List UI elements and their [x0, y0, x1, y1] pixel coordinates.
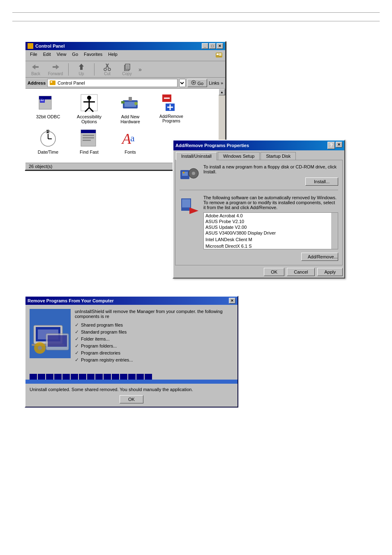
install-section: To install a new program from a floppy d… — [180, 164, 338, 190]
icon-findfast[interactable]: Find Fast — [71, 128, 108, 154]
toolbar-sep-2 — [94, 63, 95, 76]
remove-ok-button[interactable]: OK — [120, 395, 143, 403]
prog-5 — [62, 374, 70, 380]
accessibility-icon — [79, 93, 99, 113]
svg-marker-60 — [189, 207, 198, 214]
prog-8 — [87, 374, 95, 380]
toolbar: Back Forward Up — [25, 61, 225, 78]
minimize-button[interactable]: _ — [202, 43, 208, 49]
address-bar: Address Control Panel Go Links » — [25, 78, 225, 89]
svg-rect-50 — [83, 140, 91, 141]
up-label: Up — [79, 71, 84, 76]
icon-fonts[interactable]: A a Fonts — [112, 128, 149, 154]
toolbar-chevron[interactable]: » — [138, 66, 142, 73]
program-intel-landesk[interactable]: Intel LANDesk Client M — [204, 236, 338, 242]
odbc-icon: 32 ... — [38, 93, 58, 113]
remove-section: The following software can be automatica… — [180, 195, 338, 249]
ok-button[interactable]: OK — [264, 268, 284, 276]
apply-button[interactable]: Apply — [317, 268, 343, 276]
check-standard: ✓ Standard program files — [75, 329, 233, 335]
remove-section-icon — [180, 195, 199, 216]
go-button[interactable]: Go — [187, 79, 207, 87]
icon-32bit-odbc[interactable]: 32 ... 32bit ODBC — [30, 93, 67, 124]
icon-addremove-programs[interactable]: Add/Remove Programs — [153, 93, 190, 124]
remove-content-area: The following software can be automatica… — [203, 195, 338, 249]
icon-datetime[interactable]: 1 2 Date/Time — [30, 128, 67, 154]
check-program-folders-label: Program folders... — [81, 343, 117, 348]
cut-label: Cut — [104, 71, 111, 76]
remove-titlebar: Remove Programs From Your Computer ✕ — [25, 297, 238, 305]
prog-9 — [95, 374, 103, 380]
addremove-programs-window: Add/Remove Programs Properties ? ✕ Insta… — [173, 140, 345, 279]
remove-icon — [180, 195, 199, 215]
tab-startup-disk[interactable]: Startup Disk — [261, 152, 296, 160]
addremove-icon — [161, 93, 181, 113]
tab-windows-setup[interactable]: Windows Setup — [218, 152, 260, 160]
icon-accessibility-img — [79, 93, 99, 113]
prog-11 — [112, 374, 119, 380]
menu-view[interactable]: View — [54, 51, 69, 60]
go-label: Go — [197, 81, 203, 86]
menu-go[interactable]: Go — [69, 51, 81, 60]
remove-checklist: ✓ Shared program files ✓ Standard progra… — [75, 322, 233, 363]
menu-edit[interactable]: Edit — [41, 51, 53, 60]
menu-file[interactable]: File — [28, 51, 40, 60]
program-ms-directx[interactable]: Microsoft DirectX 6.1 S — [204, 242, 338, 249]
program-asus-display[interactable]: ASUS V3400/V3800 Display Driver — [204, 230, 338, 236]
icon-accessibility[interactable]: Accessibility Options — [71, 93, 108, 124]
remove-illustration — [30, 309, 71, 358]
menu-favorites[interactable]: Favorites — [81, 51, 105, 60]
titlebar-title: Control Panel — [28, 43, 65, 49]
check-directories: ✓ Program directories — [75, 350, 233, 356]
floppy-cdrom-icon — [180, 164, 199, 184]
cut-icon — [103, 62, 112, 71]
prog-7 — [79, 374, 86, 380]
prog-10 — [104, 374, 111, 380]
prog-4 — [54, 374, 62, 380]
close-button[interactable]: ✕ — [217, 43, 223, 49]
checkmark-2: ✓ — [75, 329, 79, 335]
addremove-win-controls: ? ✕ — [327, 142, 342, 149]
program-asus-probe[interactable]: ASUS Probe V2.10 — [204, 219, 338, 224]
cut-button[interactable]: Cut — [99, 62, 115, 76]
listbox-scrollbar[interactable] — [331, 213, 338, 249]
program-adobe[interactable]: Adobe Acrobat 4.0 — [204, 213, 338, 219]
scroll-up-arrow[interactable]: ▲ — [219, 89, 225, 95]
remove-close-button[interactable]: ✕ — [229, 298, 235, 304]
remove-text-area: unInstallShield will remove the Manager … — [75, 309, 233, 364]
install-button[interactable]: Install... — [305, 177, 338, 186]
go-icon — [191, 80, 196, 85]
remove-main-text: unInstallShield will remove the Manager … — [75, 309, 233, 319]
svg-rect-59 — [182, 199, 190, 207]
checkmark-6: ✓ — [75, 357, 79, 363]
menu-help[interactable]: Help — [106, 51, 120, 60]
forward-button[interactable]: Forward — [47, 62, 64, 76]
address-input[interactable]: Control Panel — [47, 79, 178, 87]
back-button[interactable]: Back — [28, 62, 44, 76]
findfast-icon — [79, 128, 99, 148]
check-registry: ✓ Program registry entries... — [75, 357, 233, 363]
program-asus-update[interactable]: ASUS Update V2.00 — [204, 224, 338, 230]
prog-15 — [145, 374, 152, 380]
addremove-button[interactable]: Add/Remove... — [301, 253, 338, 261]
svg-rect-32 — [125, 102, 136, 107]
icon-32bit-odbc-label: 32bit ODBC — [36, 114, 60, 119]
icon-add-hardware[interactable]: Add New Hardware — [112, 93, 149, 124]
programs-listbox[interactable]: Adobe Acrobat 4.0 ASUS Probe V2.10 ASUS … — [203, 212, 338, 249]
fonts-icon: A a — [120, 128, 140, 148]
check-shared: ✓ Shared program files — [75, 322, 233, 328]
cancel-button[interactable]: Cancel — [287, 268, 315, 276]
checkmark-3: ✓ — [75, 336, 79, 342]
links-button[interactable]: Links » — [209, 81, 223, 85]
copy-button[interactable]: Copy — [119, 62, 135, 76]
tab-install-uninstall[interactable]: Install/Uninstall — [176, 152, 217, 160]
icon-findfast-label: Find Fast — [80, 150, 99, 154]
svg-rect-35 — [129, 97, 132, 101]
addremove-close-button[interactable]: ✕ — [336, 142, 342, 147]
checkmark-5: ✓ — [75, 350, 79, 356]
remove-window-title: Remove Programs From Your Computer — [28, 298, 114, 303]
maximize-button[interactable]: □ — [209, 43, 216, 49]
help-button[interactable]: ? — [327, 142, 335, 149]
up-button[interactable]: Up — [73, 62, 90, 76]
address-dropdown[interactable] — [179, 79, 186, 87]
